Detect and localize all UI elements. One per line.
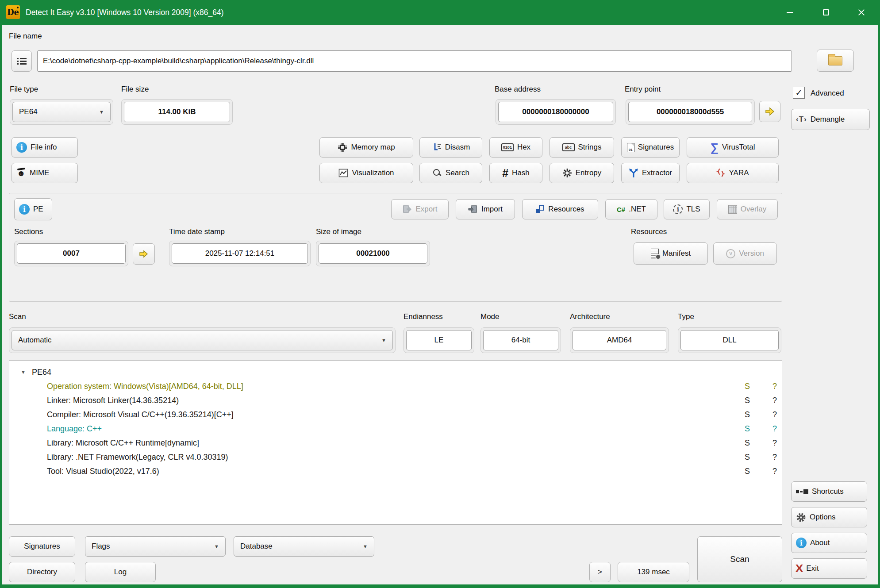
- help-link[interactable]: ?: [769, 467, 780, 476]
- minimize-icon: [787, 12, 793, 13]
- file-path-input[interactable]: [37, 50, 792, 72]
- tree-item-library-dotnet[interactable]: Library: .NET Framework(Legacy, CLR v4.0…: [47, 450, 781, 464]
- file-info-button[interactable]: i File info: [12, 137, 78, 158]
- help-link[interactable]: ?: [769, 396, 780, 405]
- resources-button[interactable]: Resources: [522, 199, 598, 219]
- tree-item-tool[interactable]: Tool: Visual Studio(2022, v17.6) S ?: [47, 464, 781, 478]
- sigma-icon: ∑: [711, 142, 719, 153]
- dotnet-button[interactable]: C# .NET: [605, 199, 657, 219]
- virustotal-button[interactable]: ∑ VirusTotal: [687, 137, 779, 158]
- goto-entry-point-button[interactable]: [759, 101, 780, 122]
- expand-button[interactable]: >: [589, 562, 611, 582]
- signature-link[interactable]: S: [742, 467, 753, 476]
- extractor-button[interactable]: Extractor: [621, 163, 680, 183]
- tree-item-language[interactable]: Language: C++ S ?: [47, 422, 781, 436]
- type-field[interactable]: DLL: [678, 327, 781, 353]
- strings-button[interactable]: abc Strings: [550, 137, 614, 158]
- signature-link[interactable]: S: [742, 396, 753, 405]
- help-link[interactable]: ?: [769, 410, 780, 419]
- minimize-button[interactable]: [779, 0, 801, 25]
- scan-button[interactable]: Scan: [697, 536, 782, 582]
- sections-field[interactable]: 0007: [14, 241, 128, 266]
- manifest-button[interactable]: Manifest: [634, 242, 708, 265]
- file-name-label: File name: [9, 32, 42, 41]
- flags-select[interactable]: Flags▼: [85, 536, 226, 557]
- options-button[interactable]: Options: [791, 507, 867, 527]
- tree-item-linker[interactable]: Linker: Microsoft Linker(14.36.35214) S …: [47, 393, 781, 407]
- maximize-button[interactable]: [815, 0, 837, 25]
- tree-item-label: Library: .NET Framework(Legacy, CLR v4.0…: [47, 453, 228, 462]
- export-button[interactable]: Export: [391, 199, 449, 219]
- mode-value: 64-bit: [483, 330, 558, 350]
- goto-sections-button[interactable]: [133, 243, 155, 265]
- hex-button[interactable]: 0101 Hex: [489, 137, 542, 158]
- file-type-select[interactable]: PE64▼: [10, 99, 113, 125]
- mode-label: Mode: [480, 312, 500, 321]
- about-button[interactable]: i About: [791, 533, 867, 553]
- app-icon: De: [6, 5, 20, 19]
- demangle-button[interactable]: ‹T› Demangle: [791, 109, 870, 130]
- visualization-button[interactable]: Visualization: [319, 163, 413, 183]
- signatures-button[interactable]: 01 Signatures: [621, 137, 680, 158]
- search-button[interactable]: Search: [419, 163, 482, 183]
- help-link[interactable]: ?: [769, 424, 780, 434]
- signature-link[interactable]: S: [742, 382, 753, 391]
- overlay-button[interactable]: Overlay: [717, 199, 778, 219]
- help-link[interactable]: ?: [769, 438, 780, 448]
- help-link[interactable]: ?: [769, 382, 780, 391]
- help-link[interactable]: ?: [769, 453, 780, 462]
- overlay-icon: [728, 205, 737, 214]
- expander-icon[interactable]: ▼: [21, 369, 26, 375]
- signature-link[interactable]: S: [742, 424, 753, 434]
- signatures-bottom-button[interactable]: Signatures: [9, 536, 75, 557]
- yara-button[interactable]: YARA: [687, 163, 779, 183]
- file-size-field[interactable]: 114.00 KiB: [121, 99, 233, 125]
- endianness-field[interactable]: LE: [403, 327, 474, 353]
- tree-item-compiler[interactable]: Compiler: Microsoft Visual C/C++(19.36.3…: [47, 407, 781, 422]
- file-size-label: File size: [121, 85, 149, 94]
- mode-field[interactable]: 64-bit: [480, 327, 561, 353]
- open-file-button[interactable]: [817, 50, 854, 72]
- endianness-value: LE: [406, 330, 472, 350]
- base-address-field[interactable]: 0000000180000000: [496, 99, 616, 125]
- entry-point-field[interactable]: 000000018000d555: [626, 99, 755, 125]
- size-of-image-field[interactable]: 00021000: [316, 241, 430, 266]
- chevron-down-icon: ▼: [363, 544, 368, 549]
- log-button[interactable]: Log: [85, 562, 156, 582]
- exit-button[interactable]: X Exit: [791, 558, 867, 579]
- file-size-value: 114.00 KiB: [124, 102, 230, 122]
- advanced-checkbox[interactable]: ✓: [793, 87, 805, 99]
- database-select[interactable]: Database▼: [234, 536, 374, 557]
- signature-link[interactable]: S: [742, 410, 753, 419]
- tree-item-operation-system[interactable]: Operation system: Windows(Vista)[AMD64, …: [47, 379, 781, 393]
- tls-button[interactable]: i TLS: [664, 199, 710, 219]
- recent-files-button[interactable]: [12, 50, 32, 72]
- pe-button[interactable]: i PE: [14, 198, 52, 220]
- disasm-button[interactable]: Disasm: [419, 137, 482, 158]
- entry-point-value: 000000018000d555: [628, 102, 752, 122]
- tree-item-library-runtime[interactable]: Library: Microsoft C/C++ Runtime[dynamic…: [47, 436, 781, 450]
- hash-button[interactable]: # Hash: [489, 163, 542, 183]
- signature-link[interactable]: S: [742, 453, 753, 462]
- scan-method-select[interactable]: Automatic▼: [9, 327, 396, 353]
- sections-value: 0007: [17, 243, 126, 264]
- time-date-stamp-field[interactable]: 2025-11-07 12:14:51: [169, 241, 311, 266]
- sections-label: Sections: [14, 227, 43, 236]
- signature-link[interactable]: S: [742, 438, 753, 448]
- mime-button[interactable]: ☻ MIME: [12, 163, 78, 183]
- mime-icon: ☻: [16, 168, 26, 178]
- entropy-button[interactable]: Entropy: [550, 163, 614, 183]
- memory-map-button[interactable]: Memory map: [319, 137, 413, 158]
- title-bar[interactable]: De Detect It Easy v3.10 [Windows 10 Vers…: [0, 0, 880, 25]
- tree-root-pe64[interactable]: ▼ PE64: [21, 365, 198, 379]
- import-button[interactable]: Import: [456, 199, 515, 219]
- abc-icon: abc: [562, 143, 575, 151]
- architecture-field[interactable]: AMD64: [570, 327, 669, 353]
- directory-button[interactable]: Directory: [9, 562, 75, 582]
- shortcuts-button[interactable]: Shortcuts: [791, 481, 867, 502]
- scan-results-tree[interactable]: ▼ PE64 Operation system: Windows(Vista)[…: [9, 360, 782, 525]
- shortcuts-icon: [796, 489, 808, 494]
- version-button[interactable]: V Version: [713, 242, 777, 265]
- close-button[interactable]: [850, 0, 872, 25]
- file-type-label: File type: [10, 85, 38, 94]
